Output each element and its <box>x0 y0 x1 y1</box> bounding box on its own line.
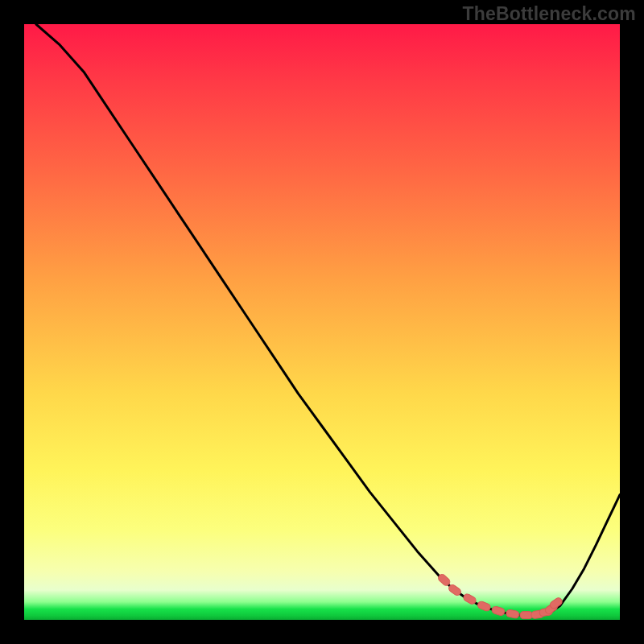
watermark-text: TheBottleneck.com <box>462 3 636 25</box>
optimal-marker <box>506 609 519 619</box>
optimal-marker <box>520 612 533 619</box>
bottleneck-curve <box>36 24 620 616</box>
chart-frame: TheBottleneck.com <box>0 0 644 644</box>
chart-svg <box>24 24 620 620</box>
optimal-marker <box>491 605 506 616</box>
optimal-marker <box>477 601 491 612</box>
plot-area <box>24 24 620 620</box>
optimal-range-markers <box>437 573 564 619</box>
